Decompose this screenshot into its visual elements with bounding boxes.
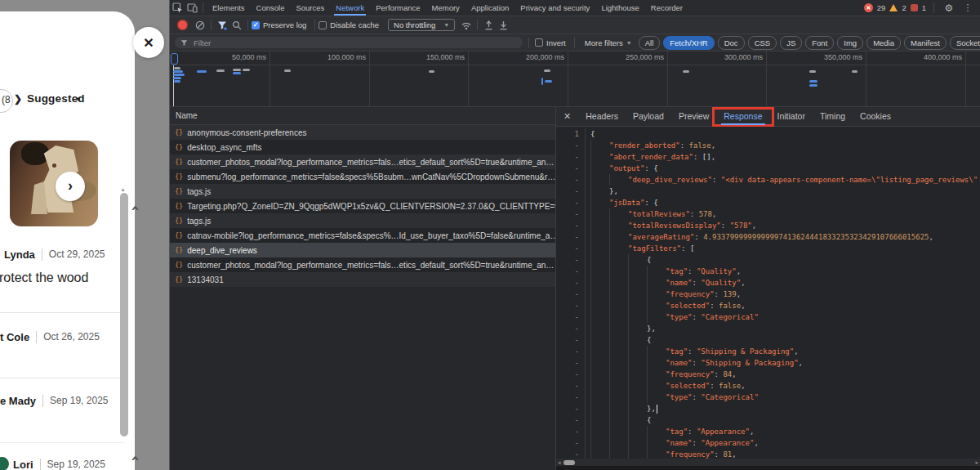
- code-token: "jsData": [609, 197, 644, 208]
- code-token: "frequency": [666, 289, 715, 300]
- detail-tab-initiator[interactable]: Initiator: [770, 107, 813, 126]
- throttling-dropdown[interactable]: No throttling ▼: [388, 19, 455, 31]
- request-row[interactable]: {}anonymous-consent-preferences: [170, 125, 555, 140]
- devtools-tab-recorder[interactable]: Recorder: [645, 0, 688, 16]
- devtools-tab-lighthouse[interactable]: Lighthouse: [595, 0, 644, 16]
- scroll-top-chevron-icon[interactable]: ^: [131, 454, 139, 469]
- code-line: -"jsData": {: [556, 197, 980, 208]
- devtools-tab-sources[interactable]: Sources: [290, 0, 330, 16]
- code-token: :: [688, 426, 697, 437]
- request-name: tags.js: [187, 187, 211, 196]
- search-icon[interactable]: [229, 19, 244, 32]
- chevron-right-icon[interactable]: ❯: [14, 93, 22, 105]
- gear-icon[interactable]: ⚙: [942, 2, 956, 15]
- scroll-top-chevron-icon[interactable]: ^: [131, 204, 139, 219]
- filter-chip-js[interactable]: JS: [780, 36, 802, 50]
- code-token: :: [693, 392, 702, 403]
- xhr-icon: {}: [175, 202, 183, 210]
- device-toolbar-icon[interactable]: [185, 2, 199, 15]
- detail-tab-payload[interactable]: Payload: [626, 107, 671, 126]
- divider: [477, 20, 478, 30]
- kebab-menu-icon[interactable]: ⋮: [960, 2, 975, 15]
- record-button[interactable]: [178, 20, 187, 29]
- filter-chip-all[interactable]: All: [639, 36, 661, 50]
- disable-cache-checkbox[interactable]: [318, 21, 327, 29]
- devtools-tab-performance[interactable]: Performance: [370, 0, 425, 16]
- code-token: ,: [750, 426, 754, 437]
- indent-guide: [647, 369, 666, 380]
- code-token: "Appearance": [697, 426, 750, 437]
- indent-guide: [628, 323, 647, 334]
- import-har-icon[interactable]: [481, 19, 496, 32]
- more-filters-dropdown[interactable]: More filters ▼: [585, 38, 632, 47]
- filter-chip-socket[interactable]: Socket: [950, 36, 980, 50]
- modal-scrollbar-thumb[interactable]: [120, 193, 128, 436]
- request-row[interactable]: {}customer_photos_modal?log_performance_…: [170, 154, 555, 169]
- filter-input[interactable]: [192, 38, 517, 48]
- horizontal-scrollbar[interactable]: ◂ ▸: [556, 459, 980, 466]
- inspect-element-icon[interactable]: [170, 2, 185, 15]
- warning-badge-icon[interactable]: [889, 4, 898, 11]
- invert-checkbox[interactable]: [535, 38, 543, 47]
- scroll-left-arrow[interactable]: ◂: [558, 459, 561, 466]
- detail-tab-headers[interactable]: Headers: [578, 107, 626, 126]
- devtools-tab-elements[interactable]: Elements: [207, 0, 251, 16]
- detail-tab-timing[interactable]: Timing: [813, 107, 853, 126]
- request-row[interactable]: {}submenu?log_performance_metrics=false&…: [170, 169, 555, 184]
- devtools-tab-network[interactable]: Network: [330, 0, 370, 16]
- filter-chip-css[interactable]: CSS: [748, 36, 777, 50]
- clear-network-log-icon[interactable]: [193, 19, 207, 32]
- request-row[interactable]: {}tags.js: [170, 213, 555, 228]
- error-badge-icon[interactable]: ✕: [864, 3, 873, 12]
- invert-label[interactable]: Invert: [546, 38, 566, 47]
- disable-cache-label[interactable]: Disable cache: [330, 20, 379, 29]
- filter-chip-fetch-xhr[interactable]: Fetch/XHR: [663, 36, 714, 50]
- preserve-log-label[interactable]: Preserve log: [263, 20, 306, 29]
- request-row[interactable]: {}catnav-mobile?log_performance_metrics=…: [170, 228, 555, 243]
- filter-chip-doc[interactable]: Doc: [718, 36, 745, 50]
- filter-chip-img[interactable]: Img: [837, 36, 863, 50]
- modal-close-button[interactable]: ✕: [133, 27, 164, 58]
- divider: [0, 378, 124, 378]
- overview-activity-bar: [429, 70, 434, 73]
- export-har-icon[interactable]: [496, 19, 510, 32]
- devtools-tab-console[interactable]: Console: [251, 0, 291, 16]
- devtools-tab-application[interactable]: Application: [466, 0, 514, 16]
- detail-tab-response[interactable]: Response: [716, 107, 769, 126]
- code-line: -"deep_dive_reviews": "<div data-appears…: [556, 174, 980, 186]
- filter-chip-media[interactable]: Media: [866, 36, 901, 50]
- response-code-viewer[interactable]: 1{-"render_aborted": false,-"abort_rende…: [556, 127, 980, 459]
- code-token: 4.93379999999999974136244418332353234291…: [703, 231, 929, 243]
- review-photo[interactable]: ›: [10, 141, 98, 226]
- devtools-tab-memory[interactable]: Memory: [426, 0, 466, 16]
- scrollbar-thumb[interactable]: [564, 460, 575, 465]
- detail-tab-cookies[interactable]: Cookies: [853, 107, 898, 126]
- devtools-tab-privacy-and-security[interactable]: Privacy and security: [514, 0, 595, 16]
- network-overview-timeline[interactable]: 50,000 ms100,000 ms150,000 ms200,000 ms2…: [170, 51, 980, 107]
- filter-chip-font[interactable]: Font: [805, 36, 834, 50]
- request-row[interactable]: {}Targeting.php?Q_ZoneID=ZN_9Qqgp5dWQP1x…: [170, 199, 555, 213]
- detail-tab-preview[interactable]: Preview: [671, 107, 716, 126]
- request-row[interactable]: {}13134031: [170, 272, 555, 287]
- filter-chip-manifest[interactable]: Manifest: [904, 36, 947, 50]
- scroll-right-arrow[interactable]: ▸: [975, 459, 978, 466]
- photo-next-button[interactable]: ›: [56, 172, 85, 201]
- timeline-selection-handle[interactable]: [171, 53, 178, 65]
- code-token: "Categorical": [701, 311, 758, 323]
- overview-activity-bar: [197, 70, 207, 73]
- preserve-log-checkbox[interactable]: ✓: [252, 21, 260, 29]
- request-list-column-header[interactable]: Name: [170, 107, 555, 125]
- code-token: 84: [723, 369, 732, 380]
- request-row[interactable]: {}desktop_async_mfts: [170, 140, 555, 154]
- devtools-tabbar: ElementsConsoleSourcesNetworkPerformance…: [170, 0, 980, 16]
- request-row[interactable]: {}customer_photos_modal?log_performance_…: [170, 257, 555, 272]
- request-row[interactable]: {}deep_dive_reviews: [170, 243, 555, 257]
- close-icon[interactable]: ✕: [556, 111, 578, 122]
- request-row[interactable]: {}tags.js: [170, 184, 555, 199]
- network-conditions-icon[interactable]: [459, 19, 474, 32]
- scrollbar-up-arrow[interactable]: ▲: [120, 186, 126, 192]
- line-gutter: -: [556, 426, 586, 437]
- filter-funnel-icon[interactable]: [215, 19, 229, 32]
- issues-badge-icon[interactable]: [911, 4, 918, 11]
- code-token: :: [693, 311, 702, 323]
